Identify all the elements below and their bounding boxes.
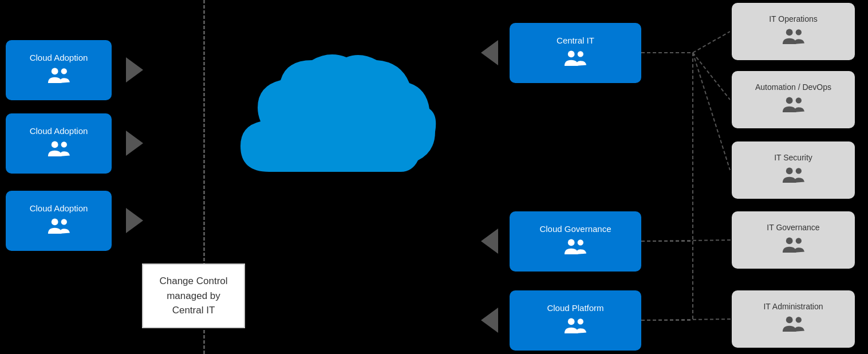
- diagram: Cloud Adoption Cloud Adoption Cloud Adop…: [0, 0, 868, 354]
- cloud-adoption-box-1: Cloud Adoption: [6, 40, 112, 100]
- central-it-box: Central IT: [510, 23, 641, 83]
- automation-devops-label: Automation / DevOps: [755, 82, 831, 92]
- svg-point-4: [51, 219, 58, 226]
- cloud-shape: [223, 46, 441, 209]
- it-security-label: IT Security: [774, 153, 812, 162]
- people-icon-admin: [781, 314, 806, 336]
- svg-point-18: [786, 238, 792, 245]
- svg-point-3: [61, 141, 66, 147]
- people-icon-2: [46, 139, 72, 161]
- cloud-adoption-3-label: Cloud Adoption: [30, 203, 88, 213]
- cloud-svg: [223, 46, 441, 206]
- svg-line-27: [641, 319, 732, 320]
- automation-devops-box: Automation / DevOps: [732, 71, 855, 128]
- cloud-platform-label: Cloud Platform: [547, 303, 603, 313]
- people-icon-it-ops: [781, 27, 806, 49]
- svg-point-20: [786, 317, 792, 324]
- svg-line-26: [641, 240, 732, 241]
- arrow-2: [126, 131, 143, 156]
- people-icon-it-gov: [781, 235, 806, 257]
- it-operations-box: IT Operations: [732, 3, 855, 60]
- svg-line-24: [693, 53, 730, 170]
- svg-point-16: [786, 168, 792, 175]
- svg-point-9: [578, 239, 583, 245]
- cloud-adoption-box-2: Cloud Adoption: [6, 113, 112, 174]
- arrow-1: [126, 57, 143, 82]
- people-icon-1: [46, 66, 72, 88]
- svg-point-17: [795, 168, 801, 174]
- cloud-governance-box: Cloud Governance: [510, 211, 641, 272]
- it-governance-box: IT Governance: [732, 211, 855, 269]
- svg-point-0: [51, 68, 58, 75]
- svg-point-5: [61, 219, 66, 225]
- svg-point-11: [578, 318, 583, 324]
- svg-line-23: [693, 53, 730, 100]
- cloud-platform-box: Cloud Platform: [510, 290, 641, 351]
- svg-point-8: [568, 239, 575, 246]
- people-icon-central: [563, 49, 588, 70]
- arrow-cloud-to-central: [481, 40, 498, 65]
- it-administration-box: IT Administration: [732, 290, 855, 348]
- people-icon-security: [781, 166, 806, 187]
- change-control-text: Change Control managed by Central IT: [159, 276, 227, 316]
- it-governance-label: IT Governance: [767, 223, 819, 232]
- cloud-governance-label: Cloud Governance: [539, 224, 611, 234]
- change-control-box: Change Control managed by Central IT: [142, 263, 245, 328]
- svg-point-7: [578, 51, 583, 57]
- svg-point-6: [568, 51, 575, 58]
- people-icon-platform: [563, 316, 588, 338]
- people-icon-3: [46, 217, 72, 238]
- cloud-adoption-1-label: Cloud Adoption: [30, 53, 88, 62]
- it-operations-label: IT Operations: [769, 14, 818, 23]
- people-icon-governance: [563, 237, 588, 259]
- svg-point-1: [61, 68, 66, 74]
- arrow-cloud-to-governance: [481, 229, 498, 254]
- svg-point-15: [795, 97, 801, 103]
- svg-line-22: [693, 32, 730, 53]
- svg-point-19: [795, 238, 801, 243]
- svg-point-13: [795, 29, 801, 35]
- arrow-3: [126, 208, 143, 233]
- cloud-adoption-2-label: Cloud Adoption: [30, 126, 88, 136]
- it-administration-label: IT Administration: [763, 302, 823, 311]
- svg-point-12: [786, 29, 792, 36]
- svg-point-2: [51, 141, 58, 148]
- cloud-adoption-box-3: Cloud Adoption: [6, 191, 112, 251]
- svg-point-14: [786, 97, 792, 104]
- people-icon-devops: [781, 95, 806, 117]
- svg-point-10: [568, 318, 575, 325]
- it-security-box: IT Security: [732, 141, 855, 199]
- arrow-cloud-to-platform: [481, 308, 498, 333]
- svg-point-21: [795, 317, 801, 322]
- central-it-label: Central IT: [557, 36, 594, 45]
